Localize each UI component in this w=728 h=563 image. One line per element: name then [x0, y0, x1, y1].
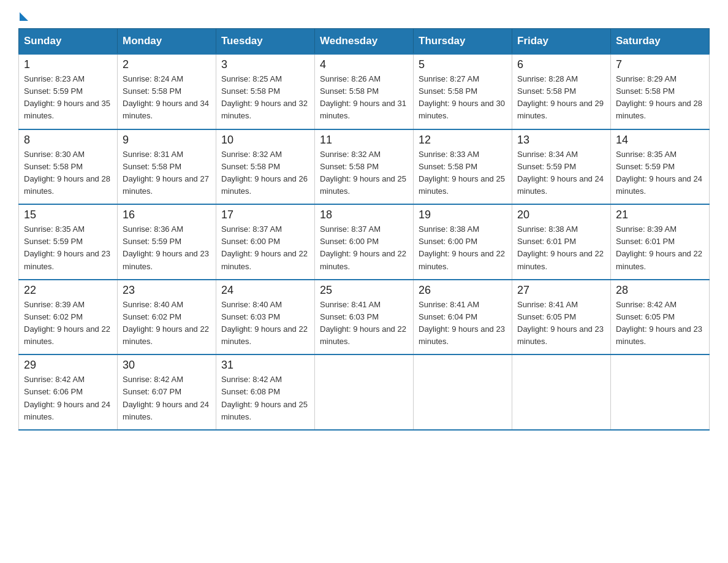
day-info: Sunrise: 8:30 AMSunset: 5:58 PMDaylight:… — [24, 148, 112, 198]
day-info: Sunrise: 8:23 AMSunset: 5:59 PMDaylight:… — [24, 73, 112, 123]
calendar-cell: 7Sunrise: 8:29 AMSunset: 5:58 PMDaylight… — [611, 54, 710, 129]
day-info: Sunrise: 8:35 AMSunset: 5:59 PMDaylight:… — [24, 223, 112, 273]
calendar-cell: 6Sunrise: 8:28 AMSunset: 5:58 PMDaylight… — [512, 54, 611, 129]
day-info: Sunrise: 8:27 AMSunset: 5:58 PMDaylight:… — [419, 73, 507, 123]
calendar-cell: 2Sunrise: 8:24 AMSunset: 5:58 PMDaylight… — [118, 54, 216, 129]
calendar-cell: 31Sunrise: 8:42 AMSunset: 6:08 PMDayligh… — [216, 354, 315, 430]
calendar-cell: 25Sunrise: 8:41 AMSunset: 6:03 PMDayligh… — [315, 280, 414, 355]
calendar-cell: 28Sunrise: 8:42 AMSunset: 6:05 PMDayligh… — [611, 280, 710, 355]
day-number: 26 — [419, 284, 507, 297]
day-number: 14 — [616, 134, 704, 147]
calendar-cell: 20Sunrise: 8:38 AMSunset: 6:01 PMDayligh… — [512, 204, 611, 280]
day-info: Sunrise: 8:29 AMSunset: 5:58 PMDaylight:… — [616, 73, 704, 123]
calendar-cell: 17Sunrise: 8:37 AMSunset: 6:00 PMDayligh… — [216, 204, 315, 280]
header-friday: Friday — [512, 29, 611, 55]
calendar-cell — [414, 354, 512, 430]
calendar-cell: 11Sunrise: 8:32 AMSunset: 5:58 PMDayligh… — [315, 129, 414, 205]
day-info: Sunrise: 8:38 AMSunset: 6:01 PMDaylight:… — [517, 223, 605, 273]
day-number: 15 — [24, 209, 112, 221]
calendar-cell: 29Sunrise: 8:42 AMSunset: 6:06 PMDayligh… — [19, 354, 118, 430]
calendar-cell — [315, 354, 414, 430]
day-info: Sunrise: 8:41 AMSunset: 6:04 PMDaylight:… — [419, 299, 507, 348]
day-info: Sunrise: 8:33 AMSunset: 5:58 PMDaylight:… — [419, 148, 507, 198]
page-header — [18, 12, 710, 17]
calendar-cell — [611, 354, 710, 430]
calendar-cell: 3Sunrise: 8:25 AMSunset: 5:58 PMDaylight… — [216, 54, 315, 129]
day-number: 9 — [123, 134, 211, 147]
week-row-3: 15Sunrise: 8:35 AMSunset: 5:59 PMDayligh… — [19, 204, 710, 280]
day-number: 24 — [221, 284, 309, 297]
header-thursday: Thursday — [414, 29, 512, 55]
calendar-cell: 15Sunrise: 8:35 AMSunset: 5:59 PMDayligh… — [19, 204, 118, 280]
calendar-cell: 9Sunrise: 8:31 AMSunset: 5:58 PMDaylight… — [118, 129, 216, 205]
day-info: Sunrise: 8:41 AMSunset: 6:03 PMDaylight:… — [320, 299, 408, 348]
day-number: 13 — [517, 134, 605, 147]
day-number: 10 — [221, 134, 309, 147]
day-number: 17 — [221, 209, 309, 221]
calendar-cell: 8Sunrise: 8:30 AMSunset: 5:58 PMDaylight… — [19, 129, 118, 205]
calendar-cell — [512, 354, 611, 430]
day-number: 16 — [123, 209, 211, 221]
header-saturday: Saturday — [611, 29, 710, 55]
calendar-cell: 10Sunrise: 8:32 AMSunset: 5:58 PMDayligh… — [216, 129, 315, 205]
day-info: Sunrise: 8:41 AMSunset: 6:05 PMDaylight:… — [517, 299, 605, 348]
day-info: Sunrise: 8:38 AMSunset: 6:00 PMDaylight:… — [419, 223, 507, 273]
calendar-cell: 4Sunrise: 8:26 AMSunset: 5:58 PMDaylight… — [315, 54, 414, 129]
calendar-cell: 16Sunrise: 8:36 AMSunset: 5:59 PMDayligh… — [118, 204, 216, 280]
day-number: 23 — [123, 284, 211, 297]
calendar-table: SundayMondayTuesdayWednesdayThursdayFrid… — [18, 28, 710, 431]
calendar-cell: 14Sunrise: 8:35 AMSunset: 5:59 PMDayligh… — [611, 129, 710, 205]
day-info: Sunrise: 8:40 AMSunset: 6:02 PMDaylight:… — [123, 299, 211, 348]
calendar-cell: 13Sunrise: 8:34 AMSunset: 5:59 PMDayligh… — [512, 129, 611, 205]
day-number: 19 — [419, 209, 507, 221]
day-number: 2 — [123, 58, 211, 71]
calendar-cell: 23Sunrise: 8:40 AMSunset: 6:02 PMDayligh… — [118, 280, 216, 355]
calendar-cell: 1Sunrise: 8:23 AMSunset: 5:59 PMDaylight… — [19, 54, 118, 129]
header-tuesday: Tuesday — [216, 29, 315, 55]
calendar-cell: 22Sunrise: 8:39 AMSunset: 6:02 PMDayligh… — [19, 280, 118, 355]
day-number: 31 — [221, 359, 309, 372]
calendar-cell: 27Sunrise: 8:41 AMSunset: 6:05 PMDayligh… — [512, 280, 611, 355]
day-number: 20 — [517, 209, 605, 221]
day-info: Sunrise: 8:25 AMSunset: 5:58 PMDaylight:… — [221, 73, 309, 123]
day-number: 3 — [221, 58, 309, 71]
day-number: 27 — [517, 284, 605, 297]
day-info: Sunrise: 8:32 AMSunset: 5:58 PMDaylight:… — [320, 148, 408, 198]
day-info: Sunrise: 8:42 AMSunset: 6:05 PMDaylight:… — [616, 299, 704, 348]
day-number: 4 — [320, 58, 408, 71]
day-info: Sunrise: 8:39 AMSunset: 6:01 PMDaylight:… — [616, 223, 704, 273]
calendar-cell: 30Sunrise: 8:42 AMSunset: 6:07 PMDayligh… — [118, 354, 216, 430]
day-number: 21 — [616, 209, 704, 221]
day-number: 22 — [24, 284, 112, 297]
day-number: 7 — [616, 58, 704, 71]
calendar-cell: 21Sunrise: 8:39 AMSunset: 6:01 PMDayligh… — [611, 204, 710, 280]
week-row-4: 22Sunrise: 8:39 AMSunset: 6:02 PMDayligh… — [19, 280, 710, 355]
day-number: 11 — [320, 134, 408, 147]
day-info: Sunrise: 8:28 AMSunset: 5:58 PMDaylight:… — [517, 73, 605, 123]
calendar-cell: 26Sunrise: 8:41 AMSunset: 6:04 PMDayligh… — [414, 280, 512, 355]
day-info: Sunrise: 8:42 AMSunset: 6:07 PMDaylight:… — [123, 373, 211, 423]
day-number: 25 — [320, 284, 408, 297]
day-info: Sunrise: 8:31 AMSunset: 5:58 PMDaylight:… — [123, 148, 211, 198]
day-info: Sunrise: 8:40 AMSunset: 6:03 PMDaylight:… — [221, 299, 309, 348]
day-info: Sunrise: 8:39 AMSunset: 6:02 PMDaylight:… — [24, 299, 112, 348]
day-number: 1 — [24, 58, 112, 71]
day-info: Sunrise: 8:36 AMSunset: 5:59 PMDaylight:… — [123, 223, 211, 273]
header-wednesday: Wednesday — [315, 29, 414, 55]
day-number: 12 — [419, 134, 507, 147]
calendar-cell: 19Sunrise: 8:38 AMSunset: 6:00 PMDayligh… — [414, 204, 512, 280]
week-row-2: 8Sunrise: 8:30 AMSunset: 5:58 PMDaylight… — [19, 129, 710, 205]
header-monday: Monday — [118, 29, 216, 55]
calendar-cell: 24Sunrise: 8:40 AMSunset: 6:03 PMDayligh… — [216, 280, 315, 355]
calendar-header-row: SundayMondayTuesdayWednesdayThursdayFrid… — [19, 29, 710, 55]
calendar-cell: 5Sunrise: 8:27 AMSunset: 5:58 PMDaylight… — [414, 54, 512, 129]
day-info: Sunrise: 8:24 AMSunset: 5:58 PMDaylight:… — [123, 73, 211, 123]
logo-triangle-icon — [20, 12, 28, 21]
week-row-5: 29Sunrise: 8:42 AMSunset: 6:06 PMDayligh… — [19, 354, 710, 430]
day-number: 28 — [616, 284, 704, 297]
day-info: Sunrise: 8:37 AMSunset: 6:00 PMDaylight:… — [320, 223, 408, 273]
day-info: Sunrise: 8:42 AMSunset: 6:08 PMDaylight:… — [221, 373, 309, 423]
day-info: Sunrise: 8:34 AMSunset: 5:59 PMDaylight:… — [517, 148, 605, 198]
header-sunday: Sunday — [19, 29, 118, 55]
day-info: Sunrise: 8:35 AMSunset: 5:59 PMDaylight:… — [616, 148, 704, 198]
